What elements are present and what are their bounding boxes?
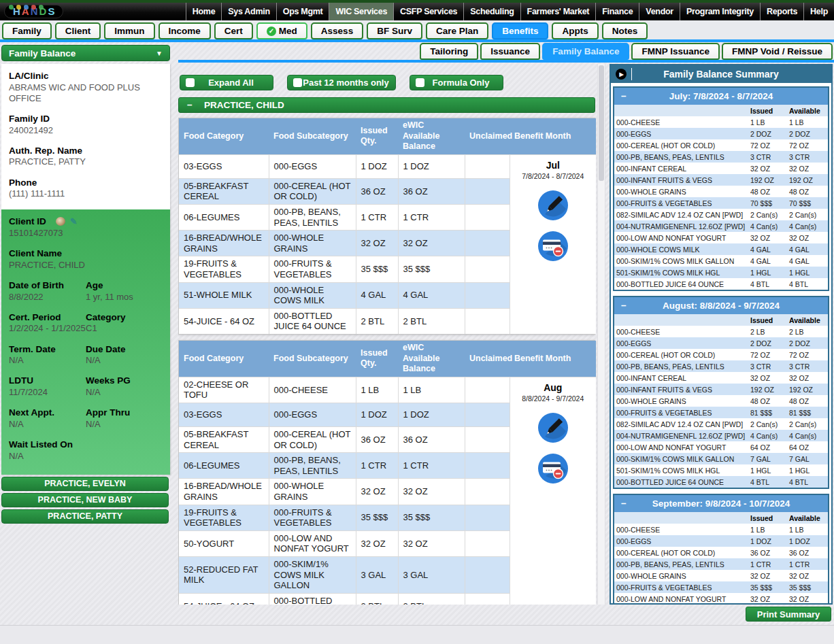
food-name: 000-LOW AND NONFAT YOGURT [614, 234, 750, 242]
paint-splash-icon [9, 5, 14, 10]
tab-notes[interactable]: Notes [602, 22, 648, 39]
tab-benefits[interactable]: Benefits [492, 22, 548, 39]
issued-value: 1 HGL [750, 467, 789, 475]
hands-badge-icon[interactable] [56, 217, 65, 226]
tab-cert[interactable]: Cert [214, 22, 253, 39]
table-cell: 000-CHEESE [269, 377, 356, 403]
available-column-header: Available [789, 316, 828, 324]
print-summary-button[interactable]: Print Summary [746, 607, 831, 622]
scrollbar-thumb[interactable] [599, 65, 604, 181]
table-cell: 1 LB [398, 377, 465, 403]
tab-family[interactable]: Family [2, 22, 52, 39]
summary-row: 000-LOW AND NONFAT YOGURT64 OZ64 OZ [614, 441, 828, 453]
tab-label: Client [65, 26, 91, 36]
food-name: 000-WHOLE GRAINS [614, 572, 750, 580]
table-cell: 35 $$$ [356, 256, 398, 282]
subtab-fmnp-void-reissue[interactable]: FMNP Void / Reissue [722, 43, 833, 60]
subtab-fmnp-issuance[interactable]: FMNP Issuance [631, 43, 720, 60]
tab-med[interactable]: ✓Med [256, 22, 307, 39]
food-name: 000-PB, BEANS, PEAS, LENTILS [614, 560, 750, 569]
collapse-panel-arrow-icon[interactable]: ▶ [616, 69, 627, 80]
issued-value: 64 OZ [750, 443, 789, 452]
top-nav-item-sys-admin[interactable]: Sys Admin [221, 3, 276, 20]
field-label: Auth. Rep. Name [9, 145, 163, 157]
tab-income[interactable]: Income [159, 22, 211, 39]
tab-care-plan[interactable]: Care Plan [426, 22, 488, 39]
top-nav-item-help[interactable]: Help [803, 3, 834, 20]
field-label: LA/Clinic [9, 70, 163, 82]
top-nav-item-finance[interactable]: Finance [595, 3, 639, 20]
subtab-tailoring[interactable]: Tailoring [420, 43, 478, 60]
table-cell: 1 CTR [398, 453, 465, 479]
summary-row: 000-FRUITS & VEGETABLES81 $$$81 $$$ [614, 407, 828, 418]
food-name: 000-CHEESE [614, 328, 750, 336]
food-name: 000-PB, BEANS, PEAS, LENTILS [614, 153, 750, 161]
available-value: 2 LB [789, 328, 828, 336]
available-value: 32 OZ [789, 165, 828, 173]
toolbar-button-past-12-months-only[interactable]: Past 12 months only [287, 75, 396, 90]
food-name: 000-EGGS [614, 537, 750, 545]
pair-cell: Next Appt.N/A [9, 407, 86, 430]
issued-value: 4 Can(s) [750, 432, 789, 440]
benefit-table: Food CategoryFood SubcategoryIssued Qty.… [179, 118, 596, 334]
top-nav-item-farmers-market[interactable]: Farmers' Market [520, 3, 596, 20]
tab-immun[interactable]: Immun [104, 22, 154, 39]
subtab-issuance[interactable]: Issuance [480, 43, 540, 60]
tab-client[interactable]: Client [55, 22, 101, 39]
top-nav-item-reports[interactable]: Reports [760, 3, 803, 20]
void-card-icon[interactable] [537, 453, 569, 484]
checkbox[interactable] [186, 78, 195, 87]
column-header: Food Subcategory [269, 118, 356, 154]
table-cell: 32 OZ [356, 530, 398, 556]
family-member-button-1[interactable]: PRACTICE, NEW BABY [1, 493, 169, 507]
field-label: Next Appt. [9, 407, 86, 419]
tab-label: Appts [562, 26, 588, 36]
checkbox[interactable] [416, 78, 424, 87]
table-cell: 000-PB, BEANS, PEAS, LENTILS [269, 453, 356, 479]
top-nav-item-vendor[interactable]: Vendor [639, 3, 680, 20]
summary-rows: 000-CHEESE1 LB1 LB000-EGGS2 DOZ2 DOZ000-… [614, 116, 828, 290]
toolbar-button-expand-all[interactable]: Expand All [180, 75, 273, 90]
edit-benefits-icon[interactable] [537, 190, 569, 221]
field-label: Due Date [86, 343, 163, 356]
content-row: Expand AllPast 12 months onlyFormula Onl… [178, 63, 834, 605]
tab-label: Income [169, 26, 201, 36]
toolbar-button-label: Formula Only [424, 78, 497, 88]
summary-row: 000-SKIM/1% COWS MILK GALLON4 GAL4 GAL [614, 255, 828, 267]
tab-bf-surv[interactable]: BF Surv [367, 22, 422, 39]
summary-month-header[interactable]: −July: 7/8/2024 - 8/7/2024 [614, 88, 828, 105]
subtab-family-balance[interactable]: Family Balance [542, 43, 629, 60]
issued-value: 32 OZ [750, 572, 789, 580]
table-cell: 4 GAL [398, 282, 465, 308]
top-nav-item-scheduling[interactable]: Scheduling [463, 3, 520, 20]
sidebar: Family Balance ▼ LA/ClinicABRAMS WIC AND… [0, 42, 170, 625]
edit-benefits-icon[interactable] [537, 412, 569, 443]
summary-month-header[interactable]: −September: 9/8/2024 - 10/7/2024 [614, 495, 828, 512]
tab-appts[interactable]: Appts [552, 22, 598, 39]
food-name: 000-WHOLE COWS MILK [614, 245, 750, 254]
table-cell [465, 505, 510, 530]
table-cell: 1 DOZ [356, 403, 398, 427]
edit-pencil-icon[interactable]: ✎ [70, 217, 78, 226]
toolbar-button-formula-only[interactable]: Formula Only [410, 75, 503, 90]
summary-month-header[interactable]: −August: 8/8/2024 - 9/7/2024 [614, 297, 828, 314]
table-cell: 1 CTR [356, 205, 398, 231]
sidebar-view-dropdown[interactable]: Family Balance ▼ [1, 45, 170, 61]
top-nav-item-home[interactable]: Home [186, 3, 222, 20]
top-nav-item-program-integrity[interactable]: Program Integrity [680, 3, 760, 20]
table-cell: 1 DOZ [398, 154, 465, 178]
void-card-icon[interactable] [537, 231, 569, 262]
top-nav-item-ops-mgmt[interactable]: Ops Mgmt [276, 3, 329, 20]
top-nav-item-csfp-services[interactable]: CSFP Services [393, 3, 463, 20]
field-value: 8/8/2022 [9, 292, 86, 303]
summary-row: 000-INFANT FRUITS & VEGS192 OZ192 OZ [614, 174, 828, 186]
benefit-table-card-aug: Food CategoryFood SubcategoryIssued Qty.… [178, 340, 595, 605]
family-member-button-0[interactable]: PRACTICE, EVELYN [1, 477, 169, 491]
main-scrollbar[interactable] [597, 64, 605, 605]
tab-assess[interactable]: Assess [311, 22, 363, 39]
top-nav-item-wic-services[interactable]: WIC Services [329, 3, 393, 20]
family-member-button-2[interactable]: PRACTICE, PATTY [1, 509, 169, 524]
summary-header: ▶ Family Balance Summary [611, 65, 831, 83]
client-section-header[interactable]: − PRACTICE, CHILD [178, 97, 595, 113]
checkbox[interactable] [293, 78, 302, 87]
